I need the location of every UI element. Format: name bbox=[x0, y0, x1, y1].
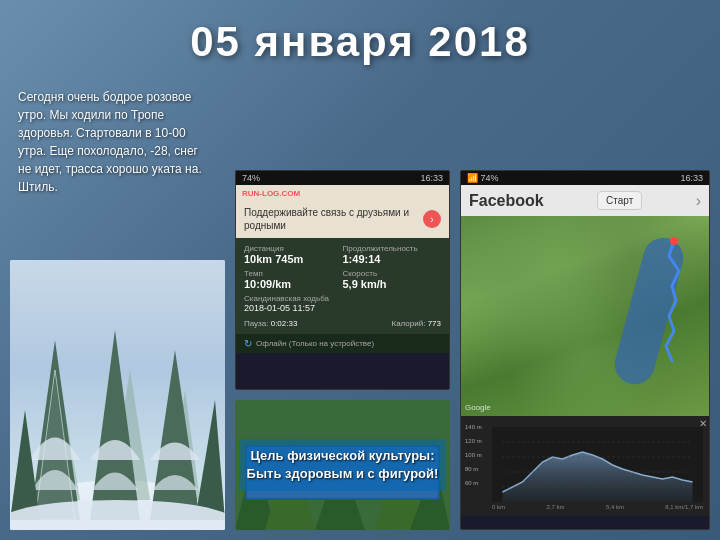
fb-elevation-chart: ✕ 140 m 120 m 100 m 80 m 60 m bbox=[461, 416, 709, 516]
fb-x-label-1: 0 km bbox=[492, 504, 505, 510]
runlog-statusbar: 74% 16:33 bbox=[236, 171, 449, 185]
runlog-speed-stat: Скорость 5,9 km/h bbox=[343, 269, 442, 290]
svg-point-21 bbox=[670, 237, 678, 245]
fb-chart-area bbox=[492, 427, 703, 502]
fb-battery-icon: 📶 74% bbox=[467, 173, 499, 183]
runlog-promo-text: Поддерживайте связь с друзьями и родными bbox=[244, 206, 417, 232]
fb-chart-x-labels: 0 km 2,7 km 5,4 km 8,1 km/1,7 km bbox=[492, 502, 703, 510]
fb-title: Facebook bbox=[469, 192, 544, 210]
fb-satellite-map: Google bbox=[461, 216, 709, 416]
runlog-promo-banner: Поддерживайте связь с друзьями и родными… bbox=[236, 202, 449, 238]
runlog-header: RUN-LOG.COM bbox=[236, 185, 449, 202]
fb-x-label-3: 5,4 km bbox=[606, 504, 624, 510]
fb-x-label-4: 8,1 km/1,7 km bbox=[665, 504, 703, 510]
fb-map-gps-track bbox=[614, 231, 694, 371]
description-text: Сегодня очень бодрое розовое утро. Мы хо… bbox=[18, 88, 213, 196]
fb-x-label-2: 2,7 km bbox=[546, 504, 564, 510]
runlog-time: 16:33 bbox=[420, 173, 443, 183]
runlog-activity-type: Скандинавская ходьба 2018-01-05 11:57 bbox=[244, 294, 329, 313]
runlog-tempo-stat: Темп 10:09/km bbox=[244, 269, 343, 290]
fb-statusbar: 📶 74% 16:33 bbox=[461, 171, 709, 185]
fb-header: Facebook Старт › bbox=[461, 185, 709, 216]
runlog-stats-panel: Дистанция 10km 745m Продолжительность 1:… bbox=[236, 238, 449, 334]
runlog-battery: 74% bbox=[242, 173, 260, 183]
fb-y-label-2: 120 m bbox=[465, 438, 482, 444]
fb-chart-y-labels: 140 m 120 m 100 m 80 m 60 m bbox=[465, 424, 482, 486]
runlog-distance-stat: Дистанция 10km 745m bbox=[244, 244, 343, 265]
runlog-app-screenshot: 74% 16:33 RUN-LOG.COM Поддерживайте связ… bbox=[235, 170, 450, 390]
fb-forward-arrow-icon: › bbox=[696, 192, 701, 210]
fb-start-button[interactable]: Старт bbox=[597, 191, 642, 210]
banner-text: Цель физической культуры: Быть здоровым … bbox=[239, 439, 447, 491]
winter-forest-photo bbox=[10, 260, 225, 530]
facebook-gps-panel: 📶 74% 16:33 Facebook Старт › Google ✕ bbox=[460, 170, 710, 530]
fb-y-label-1: 140 m bbox=[465, 424, 482, 430]
fb-y-label-5: 60 m bbox=[465, 480, 482, 486]
fb-time: 16:33 bbox=[680, 173, 703, 183]
runlog-offline-label: ↻ Офлайн (Только на устройстве) bbox=[236, 334, 449, 353]
page-title: 05 января 2018 bbox=[0, 0, 720, 66]
fb-y-label-4: 80 m bbox=[465, 466, 482, 472]
fb-y-label-3: 100 m bbox=[465, 452, 482, 458]
runlog-logo: RUN-LOG.COM bbox=[242, 189, 300, 198]
runlog-pause: Пауза: 0:02:33 bbox=[244, 319, 297, 328]
runlog-duration-stat: Продолжительность 1:49:14 bbox=[343, 244, 442, 265]
page-background: 05 января 2018 Сегодня очень бодрое розо… bbox=[0, 0, 720, 540]
runlog-calories: Калорий: 773 bbox=[391, 319, 441, 328]
snow-banner-photo: Цель физической культуры: Быть здоровым … bbox=[235, 400, 450, 530]
fb-google-label: Google bbox=[465, 403, 491, 412]
runlog-promo-arrow-icon: › bbox=[423, 210, 441, 228]
